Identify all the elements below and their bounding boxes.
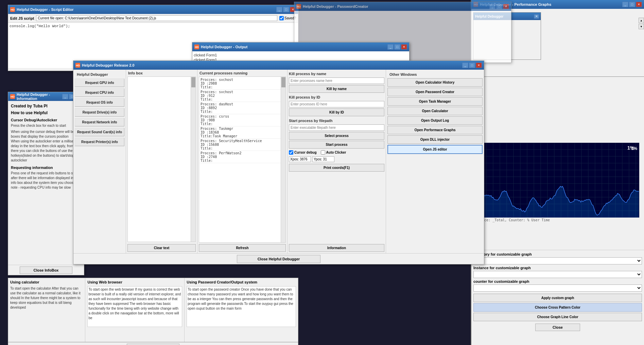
pw-maximize[interactable]: □: [496, 4, 502, 9]
customize-section: Catagory for customizable graph Instance…: [471, 250, 644, 345]
choose-cross-pattern-button[interactable]: Choose Cross Pattern Color: [473, 303, 642, 312]
output-close[interactable]: ✕: [401, 44, 407, 50]
instance-label: Instance for customizable graph: [473, 266, 642, 270]
auto-clicker-checkbox[interactable]: [321, 150, 325, 155]
kill-by-id-button[interactable]: Kill by ID: [289, 108, 384, 116]
perf-minimize[interactable]: _: [622, 2, 628, 7]
processes-list[interactable]: Procces: svchostID :2988Title: Procces: …: [199, 76, 286, 243]
pw-close[interactable]: ✕: [503, 4, 509, 9]
xpos-input[interactable]: [289, 156, 311, 162]
pw-app-icon: HD: [296, 4, 301, 9]
info-heading2: How to use Helpful: [11, 110, 81, 115]
saved-indicator: Saved?: [279, 16, 296, 20]
cursor-debug-body: When using the cursor debug there will b…: [11, 130, 81, 163]
cursor-debug-label: Cursor debug: [289, 150, 317, 155]
select-process-button[interactable]: Select process: [289, 132, 384, 140]
request-sound-button[interactable]: Request Sound Card(s) info: [75, 128, 124, 136]
main-app-icon: HD: [75, 63, 80, 68]
process-2: Procces: svchostID :912Title:: [200, 90, 285, 102]
kill-by-name-button[interactable]: Kill by name: [289, 85, 384, 93]
info-minimize[interactable]: _: [62, 94, 68, 99]
info-box-label: Info box: [126, 70, 197, 76]
scroll-down-arrow[interactable]: ▼: [639, 24, 644, 29]
request-printer-button[interactable]: Request Printer(s) info: [75, 138, 124, 146]
ypos-input[interactable]: [312, 156, 334, 162]
request-gpu-button[interactable]: Request GPU info: [75, 79, 124, 87]
open-task-manager-button[interactable]: Open Task Manager: [387, 97, 483, 106]
choose-graph-line-button[interactable]: Choose Graph Line Color: [473, 313, 642, 321]
maximize-button[interactable]: □: [283, 7, 289, 12]
open-dll-injector-button[interactable]: Open DLL injector: [387, 135, 483, 144]
cursor-debug-checkbox[interactable]: [289, 150, 293, 155]
refresh-button[interactable]: Refresh: [199, 244, 286, 252]
main-minimize[interactable]: _: [462, 63, 468, 68]
info-app-icon: HD: [10, 94, 15, 99]
filepath-input[interactable]: [289, 124, 384, 131]
print-coords-button[interactable]: Print coords(F1): [289, 164, 384, 172]
edit-js-label: Edit JS script: [10, 16, 34, 20]
open-performance-graphs-button[interactable]: Open Performace Graphs: [387, 126, 483, 134]
open-password-creator-button[interactable]: Open Password Creator: [387, 88, 483, 96]
window-controls: _ □ ✕: [276, 7, 296, 12]
category-select[interactable]: [473, 257, 642, 264]
instance-select[interactable]: [473, 271, 642, 278]
perf-graph-section: nstance: _Total, Counter: % User Time 27: [471, 143, 644, 250]
script-path-input[interactable]: [36, 15, 277, 21]
open-output-log-button[interactable]: Open Output Log: [387, 116, 483, 125]
process-4: Procces: csrssID :908Title:: [200, 114, 285, 126]
kill-by-name-label: Kill process by name: [289, 71, 384, 76]
output-titlebar: HD Helpful Debugger - Output _ □ ✕: [192, 42, 409, 51]
position-row: [289, 156, 384, 162]
browser-section-body: To start open the web browser If my gues…: [88, 287, 181, 321]
kill-by-id-label: Kill process by ID: [289, 94, 384, 100]
output-maximize[interactable]: □: [394, 44, 400, 50]
requesting-info-body: Press one of the request info buttons to…: [11, 171, 81, 190]
process-1: Procces: svchostID :2988Title:: [200, 77, 285, 90]
apply-graph-button[interactable]: Apply custom graph: [473, 294, 642, 302]
request-drives-button[interactable]: Request Drive(s) info: [75, 108, 124, 117]
request-network-button[interactable]: Request Network info: [75, 118, 124, 126]
checkbox-row: Cursor debug Auto Clicker: [289, 150, 384, 155]
kill-name-input[interactable]: [289, 77, 384, 84]
script-toolbar: Edit JS script Saved?: [8, 14, 298, 23]
cursor-debug-text: Cursor debug: [294, 151, 317, 154]
process-5: Procces: TaskmgrID :18368Title:Task Mana…: [200, 126, 285, 139]
kill-id-input[interactable]: [289, 101, 384, 107]
cursor-debug-sub: Press the check box for each to start: [11, 123, 81, 128]
scroll-up-arrow[interactable]: ▲: [639, 18, 644, 23]
pw-minimize[interactable]: _: [489, 4, 495, 9]
information-button[interactable]: Information: [289, 244, 384, 252]
clear-text-button[interactable]: Clear text: [127, 244, 196, 252]
bottom-info-panel: Using calculator To start open the calcu…: [8, 278, 298, 342]
perf-maximize[interactable]: □: [629, 2, 635, 7]
close-debugger-button[interactable]: Close Helpful Debugger: [237, 255, 321, 263]
close-infobox-bottom-button[interactable]: Close InfoBox: [127, 344, 180, 345]
perf-stat-label: nstance: _Total, Counter: % User Time: [471, 218, 644, 223]
close-infobox-button[interactable]: Close InfoBox: [20, 266, 73, 274]
open-calculator-button[interactable]: Open Calculator: [387, 107, 483, 115]
open-js-editor-button[interactable]: Open JS editor: [387, 145, 483, 154]
script-editor-title: Helpful Debugger - Script Editor: [17, 7, 73, 12]
requesting-info-section: Requesting information: [11, 166, 81, 170]
perf-value: 27: [471, 223, 644, 228]
perf-close[interactable]: ✕: [636, 2, 642, 7]
main-maximize[interactable]: □: [469, 63, 475, 68]
info-window-body: Created by Tuba Pl How to use Helpful Cu…: [8, 101, 84, 265]
password-section: Using Password Creator/Output system To …: [185, 278, 298, 342]
output-minimize[interactable]: _: [387, 44, 394, 50]
open-calculator-history-button[interactable]: Open Calculator History: [387, 78, 483, 87]
counter-select[interactable]: [473, 284, 642, 292]
info-box-actions: Clear text: [126, 243, 197, 253]
app-icon: HD: [10, 7, 15, 12]
request-os-button[interactable]: Request OS info: [75, 98, 124, 107]
perf-close-button[interactable]: Close: [535, 324, 580, 331]
start-process-button[interactable]: Start process: [289, 141, 384, 149]
main-close[interactable]: ✕: [476, 63, 482, 68]
sw1-close[interactable]: ✕: [534, 14, 539, 19]
info-titlebar: HD Helpful Debugger - Information _ □ ✕: [8, 92, 84, 101]
auto-clicker-text: Auto Clicker: [326, 151, 346, 154]
saved-checkbox[interactable]: [279, 16, 284, 20]
minimize-button[interactable]: _: [276, 7, 282, 12]
code-editor[interactable]: console.log("Hello World");: [8, 23, 298, 30]
request-cpu-button[interactable]: Request CPU info: [75, 88, 124, 97]
